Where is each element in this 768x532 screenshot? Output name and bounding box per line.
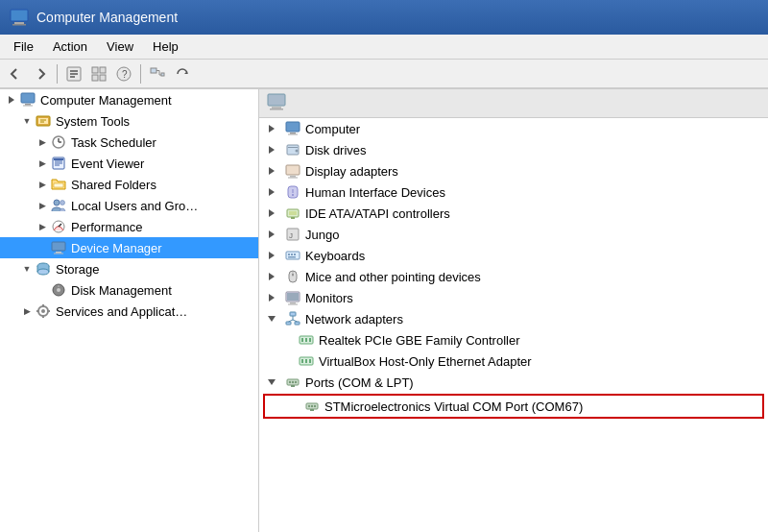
rp-jungo[interactable]: J Jungo [259,224,768,245]
tree-performance[interactable]: Performance [0,216,258,237]
tree-device-manager[interactable]: Device Manager [0,237,258,258]
svg-rect-17 [161,73,164,76]
tree-services-apps[interactable]: Services and Applicat… [0,301,258,322]
rp-ports[interactable]: Ports (COM & LPT) [259,372,768,393]
tree-system-tools[interactable]: System Tools [0,110,258,132]
svg-rect-68 [286,165,300,175]
svg-marker-82 [269,252,275,259]
rp-mice-arrow [267,272,282,281]
svg-marker-59 [269,125,275,133]
tree-local-users[interactable]: Local Users and Gro… [0,195,258,216]
svg-point-116 [295,381,297,383]
device-manager-icon [50,239,67,256]
rp-ide-arrow [267,208,282,218]
rp-virtualbox[interactable]: VirtualBox Host-Only Ethernet Adapter [259,351,768,372]
svg-rect-78 [291,217,295,219]
menu-action[interactable]: Action [43,36,97,57]
services-apps-label: Services and Applicat… [56,304,187,319]
rp-computer-icon [284,120,301,137]
svg-rect-41 [54,254,63,254]
rp-hid-arrow [267,187,282,197]
tree-event-viewer[interactable]: Event Viewer [0,153,258,174]
event-viewer-icon [50,155,67,172]
tree-disk-management[interactable]: Disk Management [0,279,258,301]
menu-file[interactable]: File [4,36,43,57]
rp-disk-drives[interactable]: Disk drives [259,139,768,160]
svg-marker-71 [269,188,275,196]
svg-rect-99 [286,322,291,325]
tree-root-computer-management[interactable]: Computer Management [0,89,258,110]
svg-text:?: ? [122,69,128,80]
rp-jungo-label: Jungo [305,228,339,242]
rp-computer[interactable]: Computer [259,118,768,139]
system-tools-arrow [19,116,35,126]
rp-display-adapters[interactable]: Display adapters [259,160,768,181]
svg-rect-86 [294,254,296,255]
svg-marker-88 [269,273,275,280]
task-scheduler-label: Task Scheduler [71,135,156,150]
menu-help[interactable]: Help [143,36,188,57]
system-tools-label: System Tools [56,114,130,129]
svg-marker-97 [268,316,276,322]
root-arrow [4,95,19,105]
rp-ide-icon [284,205,301,222]
svg-rect-56 [268,94,285,106]
tree-shared-folders[interactable]: Shared Folders [0,174,258,195]
rp-mice[interactable]: Mice and other pointing devices [259,266,768,287]
rp-monitors-label: Monitors [305,291,353,305]
svg-marker-112 [268,379,276,385]
back-button[interactable] [4,62,27,85]
rp-stmicro[interactable]: STMicroelectronics Virtual COM Port (COM… [263,394,764,419]
svg-rect-83 [286,252,300,259]
rp-stmicro-icon [303,398,321,415]
svg-point-74 [292,194,294,196]
rp-ide[interactable]: IDE ATA/ATAPI controllers [259,203,768,224]
svg-rect-57 [272,107,281,109]
shared-folders-arrow [35,180,50,189]
root-icon [19,91,36,109]
svg-rect-62 [288,134,298,135]
svg-point-121 [314,405,316,407]
svg-rect-20 [21,93,35,103]
svg-rect-2 [12,24,26,26]
forward-button[interactable] [29,62,52,85]
svg-rect-109 [301,359,303,363]
title-bar-text: Computer Management [36,10,178,25]
rp-hid[interactable]: Human Interface Devices [259,181,768,203]
svg-marker-79 [269,230,275,238]
svg-rect-96 [288,304,298,305]
svg-marker-67 [269,167,275,175]
show-tree-button[interactable] [146,62,169,85]
rp-realtek[interactable]: Realtek PCIe GBE Family Controller [259,329,768,351]
rp-stmicro-label: STMicroelectronics Virtual COM Port (COM… [324,399,583,414]
rp-virtualbox-icon [298,352,315,370]
rp-ide-label: IDE ATA/ATAPI controllers [305,206,450,221]
rp-disk-icon [284,141,301,158]
storage-arrow [19,264,35,274]
rp-keyboards[interactable]: Keyboards [259,245,768,266]
refresh-button[interactable] [171,62,194,85]
rp-monitors[interactable]: Monitors [259,287,768,308]
show-hide-button[interactable] [87,62,110,85]
rp-network-adapters[interactable]: Network adapters [259,308,768,329]
svg-rect-8 [100,67,106,73]
rp-network-label: Network adapters [305,312,403,326]
svg-rect-61 [290,133,296,134]
performance-icon [50,218,67,235]
svg-point-119 [308,405,310,407]
svg-rect-111 [309,359,311,363]
toolbar: ? [0,60,768,88]
svg-point-44 [37,269,49,275]
rp-display-arrow [267,166,282,176]
tree-task-scheduler[interactable]: Task Scheduler [0,132,258,153]
properties-button[interactable] [62,62,85,85]
event-viewer-label: Event Viewer [71,157,144,171]
rp-keyboards-icon [284,247,301,264]
svg-point-120 [311,405,313,407]
system-tools-icon [35,112,52,130]
task-scheduler-icon [50,133,67,151]
tree-storage[interactable]: Storage [0,258,258,279]
svg-rect-100 [295,322,300,325]
menu-view[interactable]: View [97,36,143,57]
help-button[interactable]: ? [112,62,135,85]
